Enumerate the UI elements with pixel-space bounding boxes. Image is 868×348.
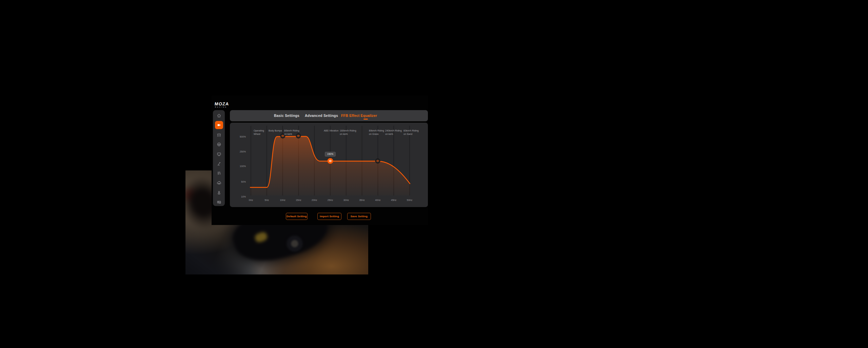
home-icon	[217, 113, 221, 118]
x-axis-tick: 0Hz	[244, 199, 258, 202]
desktop: MOZA RACING B	[0, 0, 868, 348]
sidebar-item-pedals[interactable]	[215, 131, 223, 139]
settings-tabbar: Basic SettingsAdvanced SettingsFFB Effec…	[230, 110, 428, 121]
vibration-icon	[377, 160, 377, 162]
monitor-icon	[217, 152, 221, 157]
band-label: Body Bumps	[269, 129, 282, 132]
x-axis-tick: 35Hz	[355, 199, 369, 202]
sidebar-item-device-status[interactable]	[215, 198, 223, 206]
library-icon	[217, 171, 221, 176]
x-axis-tick: 45Hz	[387, 199, 400, 202]
vibration-icon	[330, 160, 331, 162]
y-axis-tick: 10%	[230, 195, 246, 198]
tab-basic-settings[interactable]: Basic Settings	[274, 110, 299, 121]
band-label: OperatingWheel	[254, 129, 264, 136]
x-axis-tick: 50Hz	[403, 199, 416, 202]
device-status-icon	[217, 200, 221, 205]
wheelbase-icon	[217, 123, 221, 127]
moza-logo: MOZA RACING	[215, 102, 238, 109]
tab-ffb-effect-equalizer[interactable]: FFB Effect Equalizer	[341, 110, 377, 121]
x-axis-tick: 5Hz	[260, 199, 274, 202]
vibration-icon	[282, 135, 282, 137]
logo-brand-text: MOZA	[214, 102, 238, 106]
active-tab-underline	[363, 119, 368, 120]
footer-button-row: Default SettingImport SettingSave Settin…	[230, 213, 428, 220]
ffb-equalizer-panel: 150% OperatingWheelBody Bumps80km/h Ridi…	[230, 123, 428, 207]
sidebar-item-steering-wheel[interactable]	[215, 140, 223, 148]
drag-handle[interactable]	[375, 159, 380, 163]
band-label: 240km/h Ridingon kerb	[385, 129, 402, 136]
import-setting-button[interactable]: Import Setting	[317, 213, 341, 220]
cloud-upload-icon	[217, 181, 221, 185]
band-label: 160km/h Ridingon kerb	[340, 129, 356, 136]
band-label: 80km/h Ridingon kerb	[284, 129, 299, 136]
sidebar-item-home[interactable]	[215, 111, 223, 120]
y-axis-tick: 250%	[230, 150, 246, 153]
x-axis-tick: 40Hz	[371, 199, 384, 202]
band-label: ABS Vibration	[324, 129, 338, 132]
vibration-icon	[282, 135, 283, 137]
handbrake-icon	[217, 161, 221, 166]
sidebar-item-wheelbase[interactable]	[215, 121, 223, 129]
logo-sub-text: RACING	[215, 106, 238, 108]
steering-wheel-icon	[217, 142, 221, 147]
drag-handle-active[interactable]	[328, 158, 333, 164]
sidebar	[213, 110, 225, 206]
sidebar-item-cloud-upload[interactable]	[215, 179, 223, 187]
y-axis-tick: 100%	[230, 165, 246, 168]
vibration-icon	[331, 160, 332, 162]
y-axis-tick: 500%	[230, 135, 246, 138]
band-label: 80km/h Ridingon Grass	[369, 129, 384, 136]
x-axis-tick: 20Hz	[308, 199, 321, 202]
vibration-icon	[329, 160, 330, 162]
account-icon	[217, 190, 221, 195]
x-axis-tick: 15Hz	[292, 199, 305, 202]
sidebar-item-handbrake[interactable]	[215, 160, 223, 168]
sidebar-item-display[interactable]	[215, 150, 223, 158]
x-axis-tick: 30Hz	[339, 199, 353, 202]
y-axis-tick: 50%	[230, 180, 246, 183]
x-axis-tick: 25Hz	[323, 199, 337, 202]
tab-advanced-settings[interactable]: Advanced Settings	[305, 110, 338, 121]
sidebar-item-account[interactable]	[215, 188, 223, 197]
save-setting-button[interactable]: Save Setting	[347, 213, 371, 220]
vibration-icon	[377, 160, 378, 162]
band-label: 60km/h Ridingon Sand	[403, 129, 419, 136]
default-setting-button[interactable]: Default Setting	[286, 213, 308, 220]
handle-tooltip: 150%	[325, 152, 336, 157]
sidebar-item-library[interactable]	[215, 169, 223, 177]
x-axis-tick: 10Hz	[276, 199, 290, 202]
vibration-icon	[378, 160, 379, 162]
pedals-icon	[217, 132, 221, 137]
